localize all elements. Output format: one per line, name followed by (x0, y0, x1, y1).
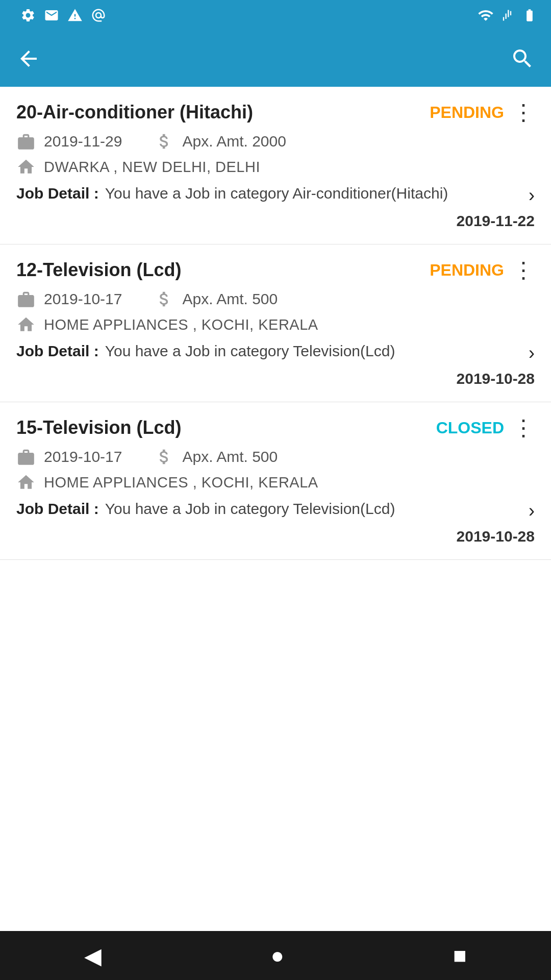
job-meta-date-row: 2019-10-17 Apx. Amt. 500 (16, 289, 535, 309)
dollar-icon (155, 289, 174, 309)
more-options-button[interactable]: ⋮ (512, 101, 535, 124)
more-options-button[interactable]: ⋮ (512, 416, 535, 439)
job-meta-address: HOME APPLIANCES , KOCHI, KERALA (16, 315, 535, 334)
home-icon (16, 473, 36, 492)
search-button[interactable] (510, 46, 535, 71)
job-detail-label: Job Detail : (16, 342, 99, 360)
bottom-nav: ◀ ● ■ (0, 931, 551, 980)
job-footer-date: 2019-11-22 (16, 212, 535, 230)
job-header: 20-Air-conditioner (Hitachi) PENDING ⋮ (16, 101, 535, 124)
briefcase-icon (16, 289, 36, 309)
wifi-icon (478, 7, 494, 23)
job-address: DWARKA , New Delhi, DELHI (44, 159, 260, 176)
job-date: 2019-10-17 (44, 290, 122, 308)
job-header: 15-Television (Lcd) CLOSED ⋮ (16, 416, 535, 439)
job-footer-date: 2019-10-28 (16, 528, 535, 545)
settings-icon (20, 8, 36, 23)
back-button[interactable] (16, 46, 41, 71)
job-detail-text: You have a Job in category Air-condition… (105, 185, 529, 202)
job-list: 20-Air-conditioner (Hitachi) PENDING ⋮ 2… (0, 87, 551, 560)
mail-icon (44, 8, 59, 23)
warning-icon (67, 8, 83, 23)
status-badge: CLOSED (436, 419, 504, 437)
at-sign-icon (91, 8, 106, 23)
battery-icon (520, 8, 539, 22)
job-card: 12-Television (Lcd) PENDING ⋮ 2019-10-17… (0, 244, 551, 402)
job-amount: Apx. Amt. 2000 (182, 133, 286, 150)
nav-home-button[interactable]: ● (270, 943, 284, 968)
job-detail-arrow[interactable]: › (529, 342, 535, 364)
job-date: 2019-10-17 (44, 448, 122, 465)
home-icon (16, 315, 36, 334)
nav-recent-button[interactable]: ■ (453, 943, 467, 968)
home-icon (16, 157, 36, 177)
status-right (478, 7, 539, 23)
job-detail-row: Job Detail : You have a Job in category … (16, 185, 535, 206)
job-meta-address: HOME APPLIANCES , KOCHI, KERALA (16, 473, 535, 492)
job-amount: Apx. Amt. 500 (182, 290, 278, 308)
job-detail-label: Job Detail : (16, 500, 99, 518)
job-meta-date-row: 2019-10-17 Apx. Amt. 500 (16, 447, 535, 467)
job-address: HOME APPLIANCES , KOCHI, KERALA (44, 474, 318, 491)
status-bar (0, 0, 551, 31)
app-bar (0, 31, 551, 87)
job-header-right: PENDING ⋮ (430, 101, 535, 124)
status-badge: PENDING (430, 261, 504, 280)
status-left (12, 8, 106, 23)
job-card: 20-Air-conditioner (Hitachi) PENDING ⋮ 2… (0, 87, 551, 244)
job-detail-arrow[interactable]: › (529, 185, 535, 206)
briefcase-icon (16, 132, 36, 151)
job-detail-arrow[interactable]: › (529, 500, 535, 522)
signal-icon (500, 8, 514, 22)
job-meta-date-row: 2019-11-29 Apx. Amt. 2000 (16, 132, 535, 151)
job-detail-row: Job Detail : You have a Job in category … (16, 342, 535, 364)
job-header-right: CLOSED ⋮ (436, 416, 535, 439)
job-footer-date: 2019-10-28 (16, 370, 535, 387)
briefcase-icon (16, 447, 36, 467)
status-badge: PENDING (430, 103, 504, 122)
job-card: 15-Television (Lcd) CLOSED ⋮ 2019-10-17 … (0, 402, 551, 560)
job-detail-text: You have a Job in category Television(Lc… (105, 342, 529, 360)
job-detail-label: Job Detail : (16, 185, 99, 202)
job-header: 12-Television (Lcd) PENDING ⋮ (16, 259, 535, 281)
job-title: 15-Television (Lcd) (16, 417, 181, 438)
dollar-icon (155, 132, 174, 151)
job-date: 2019-11-29 (44, 133, 122, 150)
dollar-icon (155, 447, 174, 467)
job-meta-address: DWARKA , New Delhi, DELHI (16, 157, 535, 177)
job-amount: Apx. Amt. 500 (182, 448, 278, 465)
job-header-right: PENDING ⋮ (430, 259, 535, 281)
nav-back-button[interactable]: ◀ (84, 943, 102, 969)
job-title: 20-Air-conditioner (Hitachi) (16, 102, 253, 123)
job-title: 12-Television (Lcd) (16, 259, 181, 281)
job-detail-text: You have a Job in category Television(Lc… (105, 500, 529, 518)
job-address: HOME APPLIANCES , KOCHI, KERALA (44, 316, 318, 333)
job-detail-row: Job Detail : You have a Job in category … (16, 500, 535, 522)
more-options-button[interactable]: ⋮ (512, 259, 535, 281)
